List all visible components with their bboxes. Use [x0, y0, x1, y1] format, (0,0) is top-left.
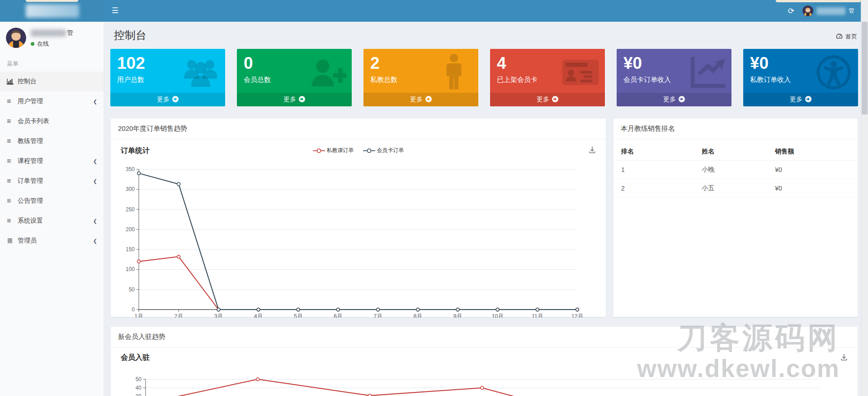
sidebar-item-label: 系统设置: [18, 217, 43, 225]
logo-image-blurred: [26, 4, 79, 18]
stat-more-link[interactable]: 更多: [743, 93, 858, 106]
svg-text:6月: 6月: [334, 313, 342, 318]
cell-rank: 1: [613, 161, 694, 179]
app-logo[interactable]: [0, 0, 104, 22]
arrow-circle-right-icon: [425, 96, 432, 104]
sidebar-user-panel: 管 在线: [0, 22, 104, 53]
svg-text:1月: 1月: [134, 313, 143, 318]
stat-boxes-row: 102用户总数更多0会员总数更多2私教总数更多4已上架会员卡更多¥0会员卡订单收…: [110, 49, 858, 106]
stat-label: 用户总数: [117, 76, 218, 84]
legend-item[interactable]: 会员卡订单: [363, 147, 404, 154]
cell-sales: ¥0: [767, 161, 858, 179]
menu-header: 菜单: [0, 53, 104, 72]
sidebar-item-8[interactable]: ≣管理员❮: [0, 231, 104, 251]
bar-chart-icon: [7, 78, 18, 85]
sidebar-item-4[interactable]: ≡课程管理❮: [0, 151, 104, 171]
stat-value: 2: [370, 54, 472, 73]
refresh-icon[interactable]: ⟳: [788, 7, 794, 15]
user-name-blurred: [816, 7, 845, 15]
top-navbar: ☰ ⟳ 管: [0, 0, 868, 22]
breadcrumb-home: 首页: [845, 33, 857, 41]
svg-text:12月: 12月: [571, 313, 583, 318]
svg-text:100: 100: [126, 266, 135, 272]
svg-text:10月: 10月: [491, 313, 503, 318]
svg-text:30: 30: [136, 393, 142, 396]
bars-icon: ≡: [7, 197, 18, 205]
stat-label: 会员总数: [244, 76, 345, 84]
stat-box-4: ¥0会员卡订单收入更多: [617, 49, 731, 106]
stat-more-link[interactable]: 更多: [363, 93, 478, 106]
user-name-suffix: 管: [849, 7, 854, 15]
bars-icon: ≡: [7, 138, 18, 145]
stat-value: 102: [117, 54, 218, 73]
user-menu[interactable]: 管: [802, 5, 854, 16]
stat-more-link[interactable]: 更多: [490, 93, 605, 106]
svg-text:9月: 9月: [453, 313, 462, 318]
chevron-left-icon: ❮: [93, 99, 97, 105]
cell-sales: ¥0: [767, 179, 858, 198]
svg-text:2月: 2月: [174, 313, 183, 318]
stat-more-link[interactable]: 更多: [237, 93, 352, 106]
sidebar-item-label: 教练管理: [18, 137, 43, 145]
sidebar-item-label: 会员卡列表: [18, 117, 49, 125]
svg-text:50: 50: [136, 376, 142, 382]
stat-value: 0: [244, 54, 345, 73]
online-status-label: 在线: [37, 40, 49, 48]
breadcrumb[interactable]: 首页: [836, 33, 857, 43]
panel-title: 新会员入驻趋势: [111, 327, 858, 348]
orders-line-chart: 0501001502002503003501月2月3月4月5月6月7月8月9月1…: [111, 160, 583, 318]
more-label: 更多: [663, 95, 676, 104]
download-chart-icon[interactable]: [588, 145, 597, 156]
svg-text:200: 200: [126, 226, 135, 233]
sidebar-menu: 控制台≡用户管理❮≡会员卡列表≡教练管理≡课程管理❮≡订单管理❮≡公告管理≡系统…: [0, 72, 104, 251]
sidebar-item-5[interactable]: ≡订单管理❮: [0, 171, 104, 191]
cell-rank: 2: [613, 179, 694, 198]
legend-marker-icon: [313, 148, 325, 153]
scrollbar-track[interactable]: [861, 0, 868, 396]
arrow-circle-right-icon: [172, 96, 179, 104]
svg-text:7月: 7月: [373, 313, 382, 318]
sidebar-item-dashboard[interactable]: 控制台: [0, 72, 104, 91]
svg-text:3月: 3月: [214, 313, 223, 318]
screenshot-artifact: [776, 0, 861, 2]
table-row: 2小五¥0: [613, 179, 858, 198]
arrow-circle-right-icon: [299, 96, 305, 104]
sidebar-item-label: 订单管理: [18, 177, 43, 185]
bars-icon: ≡: [7, 157, 18, 165]
legend-label: 会员卡订单: [377, 147, 404, 154]
stat-box-1: 0会员总数更多: [237, 49, 352, 106]
svg-text:250: 250: [126, 206, 135, 213]
arrow-circle-right-icon: [552, 96, 558, 104]
more-label: 更多: [410, 95, 423, 104]
stat-box-2: 2私教总数更多: [363, 49, 478, 106]
ranking-table: 排名姓名销售额 1小晚¥02小五¥0: [613, 142, 858, 198]
table-row: 1小晚¥0: [613, 161, 858, 179]
sidebar-toggle-icon[interactable]: ☰: [104, 0, 126, 22]
stat-box-3: 4已上架会员卡更多: [490, 49, 605, 106]
sidebar-item-7[interactable]: ≡系统设置❮: [0, 211, 104, 231]
column-header: 销售额: [767, 142, 858, 161]
avatar: [802, 5, 813, 16]
cell-name: 小五: [694, 179, 767, 198]
svg-text:40: 40: [136, 385, 142, 391]
chevron-left-icon: ❮: [93, 178, 97, 184]
main-content: 控制台 首页 102用户总数更多0会员总数更多2私教总数更多4已上架会员卡更多¥…: [104, 22, 868, 396]
more-label: 更多: [283, 95, 296, 104]
sidebar-item-1[interactable]: ≡用户管理❮: [0, 91, 104, 111]
chevron-left-icon: ❮: [93, 218, 97, 224]
bars-icon: ≡: [7, 118, 18, 125]
svg-text:300: 300: [126, 186, 135, 192]
sidebar-item-2[interactable]: ≡会员卡列表: [0, 111, 104, 131]
bars-icon: ≡: [7, 217, 18, 224]
stat-box-0: 102用户总数更多: [110, 49, 225, 106]
page-title: 控制台: [114, 28, 146, 43]
stat-more-link[interactable]: 更多: [110, 93, 225, 106]
bars-icon: ≡: [7, 98, 18, 105]
stat-more-link[interactable]: 更多: [617, 93, 731, 106]
legend-item[interactable]: 私教课订单: [313, 147, 354, 154]
download-chart-icon[interactable]: [840, 353, 849, 363]
sidebar-item-6[interactable]: ≡公告管理: [0, 191, 104, 211]
svg-text:8月: 8月: [414, 313, 422, 318]
scrollbar-thumb[interactable]: [862, 22, 868, 115]
sidebar-item-3[interactable]: ≡教练管理: [0, 131, 104, 151]
